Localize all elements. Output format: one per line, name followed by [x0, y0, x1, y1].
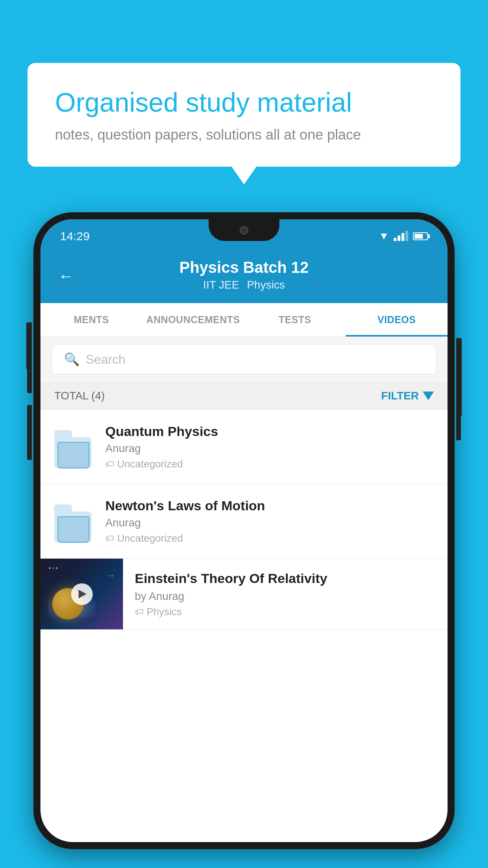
video-tag: 🏷 Physics [135, 606, 436, 618]
tag-iitjee: IIT JEE [203, 279, 239, 291]
header-tags: IIT JEE Physics [203, 279, 285, 291]
search-bar[interactable]: 🔍 Search [52, 345, 436, 374]
status-icons: ▼ [379, 230, 428, 242]
list-item[interactable]: Quantum Physics Anurag 🏷 Uncategorized [40, 410, 448, 484]
tag-physics: Physics [247, 279, 284, 291]
app-header: ← Physics Batch 12 IIT JEE Physics [40, 249, 448, 303]
video-title: Quantum Physics [105, 424, 434, 439]
signal-icon [394, 232, 408, 241]
camera [240, 226, 248, 235]
folder-icon [54, 425, 94, 469]
filter-button[interactable]: FILTER [381, 390, 434, 402]
tab-ments[interactable]: MENTS [40, 303, 142, 337]
video-author: Anurag [105, 442, 434, 455]
tab-announcements[interactable]: ANNOUNCEMENTS [142, 303, 244, 337]
list-item[interactable]: ✦ ✧ ✦ ✧ ✦ Einstein's Theory Of Relativit… [40, 559, 448, 630]
filter-icon [423, 392, 434, 400]
play-icon [79, 590, 86, 598]
play-button[interactable] [71, 583, 93, 605]
filter-bar: TOTAL (4) FILTER [40, 382, 448, 410]
tag-icon: 🏷 [105, 533, 114, 544]
list-item[interactable]: Newton's Laws of Motion Anurag 🏷 Uncateg… [40, 484, 448, 559]
search-icon: 🔍 [64, 352, 80, 367]
tag-icon: 🏷 [135, 607, 143, 617]
tag-icon: 🏷 [105, 459, 114, 469]
video-info: Newton's Laws of Motion Anurag 🏷 Uncateg… [105, 498, 434, 544]
back-button[interactable]: ← [58, 267, 74, 285]
tab-bar: MENTS ANNOUNCEMENTS TESTS VIDEOS [40, 303, 448, 337]
status-time: 14:29 [60, 230, 90, 243]
video-author: Anurag [105, 517, 434, 529]
bubble-title: Organised study material [55, 86, 433, 119]
speech-bubble: Organised study material notes, question… [28, 63, 460, 167]
search-input[interactable]: Search [86, 352, 125, 367]
video-info: Quantum Physics Anurag 🏷 Uncategorized [105, 424, 434, 470]
bubble-subtitle: notes, question papers, solutions all at… [55, 127, 433, 143]
folder-icon [54, 500, 94, 543]
tab-videos[interactable]: VIDEOS [346, 303, 448, 337]
battery-icon [413, 232, 428, 240]
video-tag: 🏷 Uncategorized [105, 532, 434, 544]
phone-notch [209, 219, 279, 241]
wifi-icon: ▼ [379, 230, 389, 242]
video-info: Einstein's Theory Of Relativity by Anura… [123, 559, 448, 629]
batch-title: Physics Batch 12 [179, 259, 308, 276]
video-title: Newton's Laws of Motion [105, 498, 434, 513]
total-count: TOTAL (4) [54, 390, 105, 402]
video-tag: 🏷 Uncategorized [105, 458, 434, 470]
video-title: Einstein's Theory Of Relativity [135, 570, 436, 587]
video-thumbnail: ✦ ✧ ✦ ✧ ✦ [40, 559, 123, 629]
search-container: 🔍 Search [40, 337, 448, 382]
video-author: by Anurag [135, 590, 436, 603]
video-list: Quantum Physics Anurag 🏷 Uncategorized [40, 410, 448, 630]
phone-mockup: 14:29 ▼ [33, 212, 455, 849]
tab-tests[interactable]: TESTS [244, 303, 346, 337]
